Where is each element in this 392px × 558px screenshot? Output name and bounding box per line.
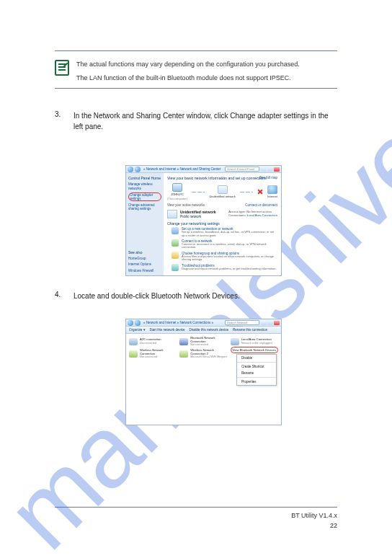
map-line-2 [240,192,253,192]
conn3-sub: Network cable unplugged [241,342,272,345]
screenshot-network-connections: « Network and Internet » Network Connect… [125,319,282,425]
ctx-separator [237,362,276,363]
sidebar-see-also: See also [128,250,161,254]
close-button[interactable] [274,167,280,172]
option-troubleshoot[interactable]: Troubleshoot problemsDiagnose and repair… [172,264,277,271]
menu-disable-device[interactable]: Disable this network device [190,328,229,332]
conn2-sub: Not connected [190,343,208,346]
pc-label: JOHN-PC [171,192,184,196]
page-number: 22 [330,522,337,529]
maximize-button[interactable] [267,167,273,172]
toolbar: Organize ▾ Start this network device Dis… [126,327,281,334]
minimize-button[interactable] [261,167,267,172]
ctx-separator-2 [237,377,276,378]
troubleshoot-icon [172,264,179,271]
globe-icon [267,185,277,194]
lan-icon-2 [231,338,239,345]
back-button[interactable] [128,167,133,172]
step-4-number: 4. [55,291,66,301]
change-settings-header: Change your networking settings [167,221,277,226]
breadcrumb-2[interactable]: « Network and Internet » Network Connect… [142,321,223,324]
footer-label: BT Utility V1.4.x [291,512,337,519]
conn2-name: Bluetooth Network Connection [190,336,215,343]
network-map: JOHN-PC (This computer) Unidentified net… [167,183,277,200]
connection-wireless[interactable]: Wireless Network ConnectionNot connected [129,349,177,359]
close-button-2[interactable] [274,321,280,325]
connection-a2c[interactable]: A2C connectionDisconnected [129,337,177,347]
window-controls-2 [261,321,280,325]
connections-label: Connections: [228,213,246,217]
step-4-text: Locate and double-click Bluetooth Networ… [74,291,240,301]
step-3-text: In the Network and Sharing Center window… [74,110,337,132]
conn3-name: Local Area Connection [241,337,272,341]
conn5-sub: Microsoft Virtual WiFi Miniport [190,355,226,358]
forward-button-2[interactable] [135,320,141,326]
map-line-1 [192,192,205,192]
map-this-pc: JOHN-PC (This computer) [167,183,187,200]
active-network-type: Public network [180,215,201,218]
connect-icon [172,239,179,247]
opt3-desc: Access files and printers located on oth… [182,255,277,262]
connection-lan[interactable]: Local Area ConnectionNetwork cable unplu… [231,337,278,347]
network-icon [218,185,228,194]
window-controls [261,167,280,172]
ctx-create-shortcut[interactable]: Create Shortcut [237,363,276,370]
menu-rename[interactable]: Rename this connection [233,328,267,332]
map-unidentified: Unidentified network [209,185,235,198]
sidebar-header: Control Panel Home [128,176,161,180]
note-icon [55,60,69,76]
note-line-1: The actual functions may vary depending … [76,60,300,69]
back-button-2[interactable] [128,320,133,326]
red-x-icon [257,189,263,195]
search-input-2[interactable]: Search Network Connections [225,320,259,325]
titlebar: « Network and Internet » Network and Sha… [126,166,281,173]
conn1-name: A2C connection [140,337,161,341]
ctx-rename[interactable]: Rename [237,370,276,376]
context-menu: Disable Create Shortcut Rename Propertie… [236,354,277,386]
view-active-label: View your active networks [167,203,205,207]
sidebar-link-advanced-sharing[interactable]: Change advanced sharing settings [128,203,161,211]
sidebar-link-manage-wireless[interactable]: Manage wireless networks [128,182,161,190]
titlebar-2: « Network and Internet » Network Connect… [126,319,281,327]
sidebar-link-windows-firewall[interactable]: Windows Firewall [128,269,161,273]
connect-disconnect-link[interactable]: Connect or disconnect [245,203,277,207]
ctx-disable[interactable]: Disable [237,355,276,361]
view-bluetooth-devices-circled[interactable]: View Bluetooth Network Devices [231,347,278,353]
conn5-name: Wireless Network Connection 2 [190,348,214,355]
active-network-row: Unidentified network Public network Acce… [167,210,277,218]
connection-wireless-2[interactable]: Wireless Network Connection 2Microsoft V… [179,349,227,359]
minimize-button-2[interactable] [261,321,267,325]
step-3-number: 3. [55,110,66,132]
wifi-icon [129,350,138,358]
opt1-desc: Set up a wireless, broadband, dial-up, a… [182,231,277,237]
ctx-properties[interactable]: Properties [237,378,276,385]
net-label: Unidentified network [209,195,235,198]
connections-link[interactable]: Local Area Connection [247,213,277,217]
maximize-button-2[interactable] [267,321,273,325]
sidebar: Control Panel Home Manage wireless netwo… [126,173,164,275]
menu-organize[interactable]: Organize ▾ [129,328,146,332]
forward-button[interactable] [135,167,141,172]
step-3: 3. In the Network and Sharing Center win… [55,110,337,132]
option-connect-network[interactable]: Connect to a networkConnect or reconnect… [172,239,277,249]
pc-icon [172,183,182,192]
change-settings-section: Change your networking settings Set up a… [167,221,277,270]
page-content: The actual functions may vary depending … [0,0,392,161]
breadcrumb[interactable]: « Network and Internet » Network and Sha… [142,167,223,171]
homegroup-icon [172,252,179,259]
sidebar-link-homegroup[interactable]: HomeGroup [128,257,161,260]
sidebar-link-internet-options[interactable]: Internet Options [128,262,161,266]
map-internet: Internet [267,185,277,198]
search-input[interactable]: Search Control Panel [225,167,259,172]
connection-bluetooth[interactable]: Bluetooth Network ConnectionNot connecte… [179,337,227,347]
option-setup-connection[interactable]: Set up a new connection or networkSet up… [172,227,277,237]
sidebar-link-change-adapter-circled[interactable]: Change adapter settings [128,192,161,201]
lan-icon [129,338,138,345]
option-homegroup[interactable]: Choose homegroup and sharing optionsAcce… [172,252,277,262]
active-network-name: Unidentified network [180,210,215,214]
wifi-icon-2 [179,350,188,358]
rule-top [55,50,337,51]
menu-start-device[interactable]: Start this network device [150,328,185,332]
see-full-map-link[interactable]: See full map [259,176,277,180]
rule-bottom [55,88,337,89]
